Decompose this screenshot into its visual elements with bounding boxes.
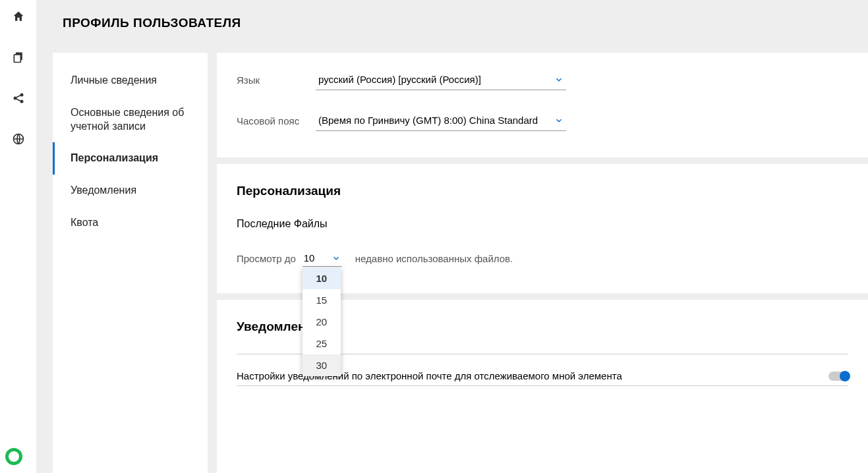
svg-point-2 bbox=[13, 97, 16, 100]
language-label: Язык bbox=[237, 74, 316, 86]
dropdown-option[interactable]: 30 bbox=[303, 354, 341, 376]
notification-toggle[interactable] bbox=[828, 372, 848, 381]
left-rail bbox=[0, 0, 36, 473]
recent-files-count-value: 10 bbox=[304, 252, 315, 264]
language-value: русский (Россия) [русский (Россия)] bbox=[318, 74, 550, 85]
globe-icon[interactable] bbox=[12, 132, 25, 148]
view-prefix: Просмотр до bbox=[237, 253, 296, 264]
dropdown-option[interactable]: 10 bbox=[303, 267, 341, 289]
personalization-title: Персонализация bbox=[237, 184, 848, 198]
status-indicator bbox=[5, 448, 22, 465]
copy-icon[interactable] bbox=[12, 51, 25, 67]
chevron-down-icon bbox=[332, 254, 341, 263]
chevron-down-icon bbox=[554, 75, 564, 84]
dropdown-option[interactable]: 20 bbox=[303, 311, 341, 333]
language-select[interactable]: русский (Россия) [русский (Россия)] bbox=[316, 69, 566, 90]
toggle-knob bbox=[840, 371, 850, 381]
dropdown-option[interactable]: 25 bbox=[303, 333, 341, 354]
page-title: ПРОФИЛЬ ПОЛЬЗОВАТЕЛЯ bbox=[63, 16, 241, 30]
tab-notifications[interactable]: Уведомления bbox=[53, 175, 208, 207]
tab-personal-info[interactable]: Личные сведения bbox=[53, 65, 208, 97]
recent-files-heading: Последние Файлы bbox=[237, 218, 848, 230]
home-icon[interactable] bbox=[12, 10, 25, 26]
tab-account-info[interactable]: Основные сведения об учетной записи bbox=[53, 97, 208, 143]
svg-point-3 bbox=[20, 94, 23, 97]
chevron-down-icon bbox=[554, 116, 564, 125]
profile-tabs: Личные сведения Основные сведения об уче… bbox=[53, 53, 208, 473]
timezone-select[interactable]: (Время по Гринвичу (GMT) 8:00) China Sta… bbox=[316, 110, 566, 131]
timezone-label: Часовой пояс bbox=[237, 115, 316, 126]
tab-personalization[interactable]: Персонализация bbox=[53, 142, 208, 175]
recent-files-dropdown: 10 15 20 25 30 bbox=[303, 267, 341, 376]
recent-files-count-select[interactable]: 10 bbox=[303, 250, 342, 267]
svg-point-4 bbox=[20, 100, 23, 103]
notification-setting-label: Настройки уведомлений по электронной поч… bbox=[237, 370, 622, 381]
tab-quota[interactable]: Квота bbox=[53, 207, 208, 239]
view-suffix: недавно использованных файлов. bbox=[355, 253, 513, 264]
dropdown-option[interactable]: 15 bbox=[303, 289, 341, 311]
main-panel: Язык русский (Россия) [русский (Россия)]… bbox=[217, 53, 868, 473]
share-icon[interactable] bbox=[12, 92, 25, 107]
svg-rect-1 bbox=[14, 55, 20, 63]
timezone-value: (Время по Гринвичу (GMT) 8:00) China Sta… bbox=[318, 115, 550, 126]
section-divider bbox=[217, 157, 868, 164]
page-header: ПРОФИЛЬ ПОЛЬЗОВАТЕЛЯ bbox=[36, 0, 868, 46]
